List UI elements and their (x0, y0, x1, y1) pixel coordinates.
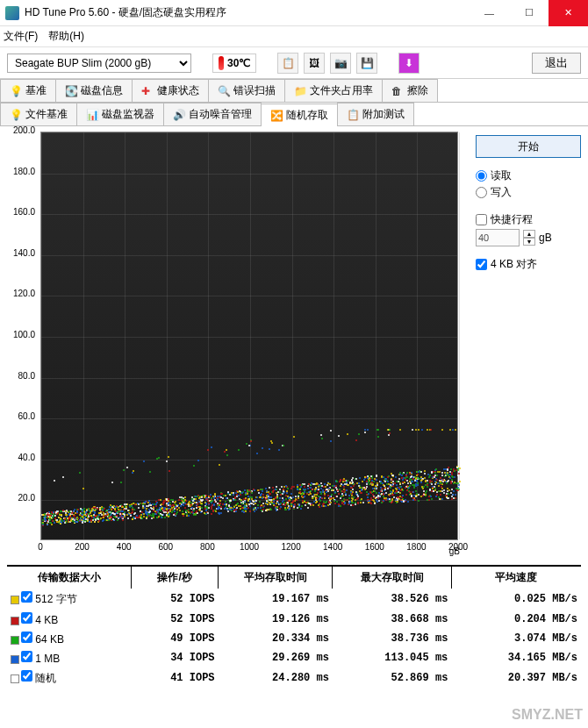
tab-folder[interactable]: 📁文件夹占用率 (284, 79, 383, 102)
tab-extra[interactable]: 📋附加测试 (337, 103, 414, 125)
radio-read[interactable]: 读取 (476, 168, 581, 183)
tab-aam[interactable]: 🔊自动噪音管理 (163, 103, 262, 125)
col-avg: 平均存取时间 (219, 567, 333, 589)
tab-benchmark[interactable]: 💡基准 (0, 79, 56, 102)
folder-icon: 📁 (294, 85, 306, 97)
tab-errorscan[interactable]: 🔍错误扫描 (208, 79, 285, 102)
lightbulb-icon: 💡 (10, 85, 22, 97)
tab-random[interactable]: 🔀随机存取 (261, 103, 338, 126)
table-row: 随机41 IOPS24.280 ms52.869 ms20.397 MB/s (7, 667, 581, 689)
exit-button[interactable]: 退出 (532, 53, 581, 74)
row-checkbox[interactable] (21, 670, 32, 682)
tab-row-1: 💡基准 💽磁盘信息 ✚健康状态 🔍错误扫描 📁文件夹占用率 🗑擦除 (0, 79, 588, 103)
lightbulb-icon: 💡 (10, 109, 22, 121)
col-ops: 操作/秒 (132, 567, 219, 589)
minimize-button[interactable]: — (470, 0, 509, 26)
random-icon: 🔀 (270, 110, 283, 122)
search-icon: 🔍 (218, 85, 230, 97)
options-button[interactable]: ⬇ (398, 53, 419, 74)
disk-icon: 💽 (65, 85, 77, 97)
checkbox-4k-align[interactable]: 4 KB 对齐 (476, 257, 581, 272)
clipboard-icon: 📋 (347, 109, 359, 121)
speaker-icon: 🔊 (173, 109, 185, 121)
tab-monitor[interactable]: 📊磁盘监视器 (76, 103, 164, 125)
table-row: 4 KB52 IOPS19.126 ms38.668 ms0.204 MB/s (7, 610, 581, 629)
row-checkbox[interactable] (21, 612, 32, 624)
random-access-chart: ms 20.040.060.080.0100.0120.0140.0160.01… (4, 130, 460, 558)
x-axis-unit: gB (449, 546, 460, 556)
monitor-icon: 📊 (86, 109, 98, 121)
tab-row-2: 💡文件基准 📊磁盘监视器 🔊自动噪音管理 🔀随机存取 📋附加测试 (0, 103, 588, 126)
copy-info-button[interactable]: 📋 (277, 53, 298, 74)
close-button[interactable]: ✕ (549, 0, 588, 26)
tab-health[interactable]: ✚健康状态 (132, 79, 209, 102)
col-max: 最大存取时间 (333, 567, 451, 589)
menu-help[interactable]: 帮助(H) (48, 29, 84, 44)
tab-erase[interactable]: 🗑擦除 (382, 79, 438, 102)
table-row: 512 字节52 IOPS19.167 ms38.526 ms0.025 MB/… (7, 589, 581, 610)
start-button[interactable]: 开始 (476, 135, 581, 158)
stroke-unit: gB (539, 232, 552, 244)
col-size: 传输数据大小 (7, 567, 132, 589)
tab-filebench[interactable]: 💡文件基准 (0, 103, 77, 125)
trash-icon: 🗑 (391, 85, 404, 97)
screenshot-button[interactable]: 📷 (330, 53, 351, 74)
checkbox-shortstroke[interactable]: 快捷行程 (476, 212, 581, 227)
shortstroke-spinner[interactable] (476, 229, 520, 246)
spinner-down[interactable]: ▼ (523, 238, 535, 246)
row-checkbox[interactable] (21, 591, 32, 603)
plus-icon: ✚ (141, 85, 154, 97)
row-checkbox[interactable] (21, 632, 32, 643)
results-table: 传输数据大小 操作/秒 平均存取时间 最大存取时间 平均速度 512 字节52 … (7, 565, 581, 689)
tab-info[interactable]: 💽磁盘信息 (55, 79, 133, 102)
spinner-up[interactable]: ▲ (523, 230, 535, 238)
watermark: SMYZ.NET (512, 707, 583, 723)
window-title: HD Tune Pro 5.60 - 硬盘/固态硬盘实用程序 (25, 5, 470, 20)
table-row: 64 KB49 IOPS20.334 ms38.736 ms3.074 MB/s (7, 629, 581, 648)
thermometer-icon (219, 56, 224, 70)
col-speed: 平均速度 (451, 567, 581, 589)
save-button[interactable]: 💾 (356, 53, 377, 74)
radio-write[interactable]: 写入 (476, 185, 581, 200)
table-row: 1 MB34 IOPS29.269 ms113.045 ms34.165 MB/… (7, 648, 581, 667)
drive-select[interactable]: Seagate BUP Slim (2000 gB) (7, 54, 191, 73)
app-icon (5, 6, 19, 20)
maximize-button[interactable]: ☐ (509, 0, 549, 26)
row-checkbox[interactable] (21, 651, 32, 662)
menu-file[interactable]: 文件(F) (4, 29, 38, 44)
temperature-value: 30℃ (227, 57, 250, 69)
copy-screenshot-button[interactable]: 🖼 (304, 53, 325, 74)
temperature-badge: 30℃ (212, 54, 256, 73)
